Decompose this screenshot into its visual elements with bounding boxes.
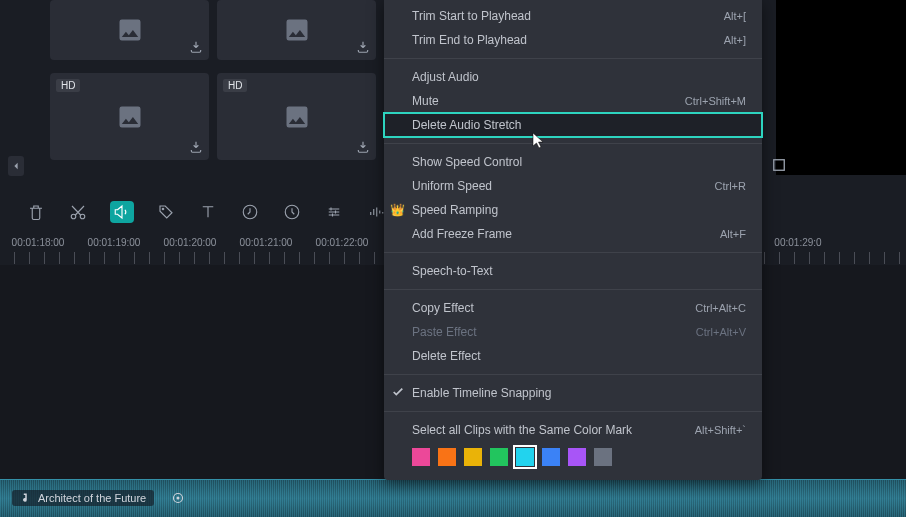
menu-separator	[384, 143, 762, 144]
cut-icon[interactable]	[68, 202, 88, 222]
color-swatch[interactable]	[594, 448, 612, 466]
color-swatch[interactable]	[542, 448, 560, 466]
media-thumb[interactable]: HD	[217, 73, 376, 160]
music-note-icon	[20, 492, 32, 504]
download-icon[interactable]	[189, 140, 205, 156]
menu-copy-effect[interactable]: Copy EffectCtrl+Alt+C	[384, 296, 762, 320]
hd-badge: HD	[56, 79, 80, 92]
svg-rect-0	[774, 160, 785, 171]
delete-icon[interactable]	[26, 202, 46, 222]
download-icon[interactable]	[356, 40, 372, 56]
speed-icon[interactable]	[282, 202, 302, 222]
menu-trim-start[interactable]: Trim Start to PlayheadAlt+[	[384, 4, 762, 28]
hd-badge: HD	[223, 79, 247, 92]
svg-point-2	[80, 214, 85, 219]
menu-delete-audio-stretch[interactable]: Delete Audio Stretch	[384, 113, 762, 137]
svg-point-3	[162, 208, 164, 210]
mouse-cursor-icon	[532, 132, 546, 153]
menu-uniform-speed[interactable]: Uniform SpeedCtrl+R	[384, 174, 762, 198]
check-icon	[392, 386, 404, 401]
menu-show-speed-control[interactable]: Show Speed Control	[384, 150, 762, 174]
svg-point-7	[177, 497, 180, 500]
color-swatch[interactable]	[516, 448, 534, 466]
color-swatch[interactable]	[412, 448, 430, 466]
audio-stretch-icon[interactable]	[110, 201, 134, 223]
menu-mute[interactable]: MuteCtrl+Shift+M	[384, 89, 762, 113]
media-thumb[interactable]: HD	[50, 73, 209, 160]
tag-icon[interactable]	[156, 202, 176, 222]
menu-adjust-audio[interactable]: Adjust Audio	[384, 65, 762, 89]
media-panel: HD HD	[50, 0, 380, 165]
color-swatch[interactable]	[438, 448, 456, 466]
menu-separator	[384, 374, 762, 375]
preview-panel	[776, 0, 906, 175]
menu-separator	[384, 58, 762, 59]
fullscreen-icon[interactable]	[772, 158, 786, 175]
clip-marker-icon	[172, 492, 184, 507]
menu-speed-ramping[interactable]: 👑Speed Ramping	[384, 198, 762, 222]
menu-add-freeze-frame[interactable]: Add Freeze FrameAlt+F	[384, 222, 762, 246]
menu-trim-end[interactable]: Trim End to PlayheadAlt+]	[384, 28, 762, 52]
collapse-panel-button[interactable]	[8, 156, 24, 176]
menu-speech-to-text[interactable]: Speech-to-Text	[384, 259, 762, 283]
context-menu: Trim Start to PlayheadAlt+[ Trim End to …	[384, 0, 762, 480]
download-icon[interactable]	[189, 40, 205, 56]
clip-title: Architect of the Future	[38, 492, 146, 504]
menu-separator	[384, 411, 762, 412]
menu-delete-effect[interactable]: Delete Effect	[384, 344, 762, 368]
menu-select-same-color[interactable]: Select all Clips with the Same Color Mar…	[384, 418, 762, 442]
color-swatch[interactable]	[464, 448, 482, 466]
menu-enable-snapping[interactable]: Enable Timeline Snapping	[384, 381, 762, 405]
crown-icon: 👑	[390, 203, 405, 217]
menu-separator	[384, 252, 762, 253]
media-thumb[interactable]	[50, 0, 209, 60]
menu-separator	[384, 289, 762, 290]
clip-label: Architect of the Future	[12, 490, 154, 506]
adjust-icon[interactable]	[324, 202, 344, 222]
equalizer-icon[interactable]	[366, 202, 386, 222]
color-swatch[interactable]	[490, 448, 508, 466]
menu-paste-effect[interactable]: Paste EffectCtrl+Alt+V	[384, 320, 762, 344]
text-icon[interactable]	[198, 202, 218, 222]
speed-back-icon[interactable]	[240, 202, 260, 222]
media-thumb[interactable]	[217, 0, 376, 60]
download-icon[interactable]	[356, 140, 372, 156]
color-swatch-row	[384, 442, 762, 468]
audio-clip[interactable]: Architect of the Future	[0, 479, 906, 517]
svg-point-1	[71, 214, 76, 219]
color-swatch[interactable]	[568, 448, 586, 466]
